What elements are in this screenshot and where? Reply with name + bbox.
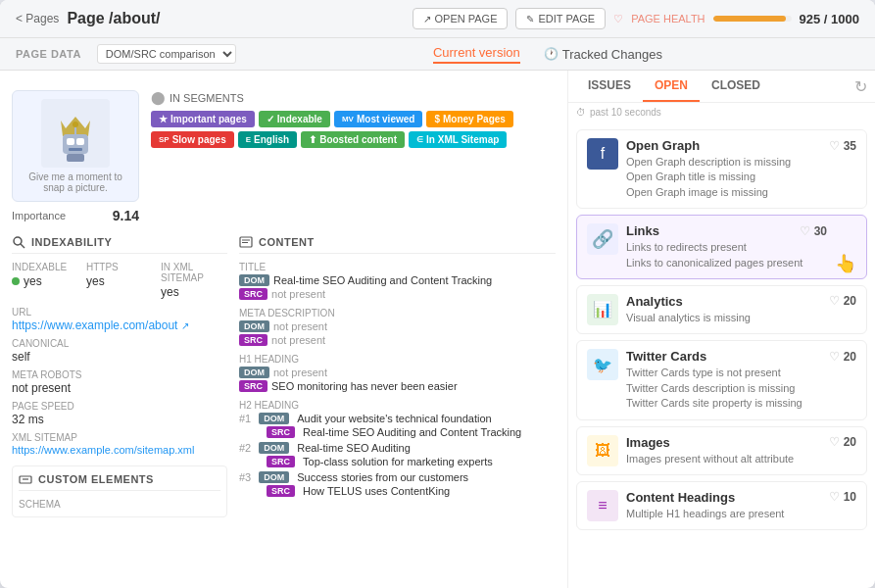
badge-xml-sitemap[interactable]: ∈In XML Sitemap <box>409 131 507 148</box>
https-col: HTTPS yes <box>86 262 153 299</box>
canonical-label: CANONICAL <box>12 338 227 349</box>
health-bar <box>713 16 786 22</box>
page-speed-label: PAGE SPEED <box>12 401 227 412</box>
page-title: Page /about/ <box>67 10 160 27</box>
xml-sitemap-col: IN XML SITEMAP yes <box>161 262 227 299</box>
h2-label: H2 HEADING <box>239 400 556 411</box>
content-icon <box>239 235 253 249</box>
open-page-button[interactable]: ↗ OPEN PAGE <box>413 8 509 29</box>
indexable-value: yes <box>12 274 78 288</box>
sections-row: INDEXABILITY INDEXABLE yes HTTPS y <box>12 235 556 517</box>
issue-content-headings[interactable]: ≡ Content Headings ♡ 10 Multiple H1 head… <box>576 481 867 530</box>
badge-money-pages[interactable]: $Money Pages <box>426 111 512 127</box>
h2-2-src: Top-class solution for marketing experts <box>303 456 493 467</box>
tab-closed[interactable]: CLOSED <box>700 71 772 102</box>
issue-images-content: Images ♡ 20 Images present without alt a… <box>626 435 856 466</box>
meta-desc-item: META DESCRIPTION DOM not present SRC not… <box>239 308 556 346</box>
title-dom-value: Real-time SEO Auditing and Content Track… <box>273 274 492 286</box>
issue-images[interactable]: 🖼 Images ♡ 20 Images present without alt… <box>576 426 867 475</box>
issue-analytics-score: ♡ 20 <box>829 294 856 308</box>
main-content: Give me a moment to snap a picture. Impo… <box>0 71 875 588</box>
custom-elements-icon <box>19 472 32 486</box>
src-tag: SRC <box>239 288 267 300</box>
edit-page-button[interactable]: ✎ EDIT PAGE <box>515 8 606 29</box>
https-value: yes <box>86 274 153 288</box>
current-version-tab[interactable]: Current version <box>433 45 520 64</box>
canonical-value: self <box>12 350 227 364</box>
issue-twitter-cards[interactable]: 🐦 Twitter Cards ♡ 20 Twitter Cards type … <box>576 340 867 419</box>
dom-tag-h2-2: DOM <box>259 442 289 454</box>
issue-analytics-content: Analytics ♡ 20 Visual analytics is missi… <box>626 294 856 325</box>
svg-point-7 <box>73 122 78 127</box>
meta-desc-dom-row: DOM not present <box>239 320 556 332</box>
green-dot <box>12 277 20 285</box>
heart-icon-links: ♡ <box>800 224 810 238</box>
url-value[interactable]: https://www.example.com/about ↗ <box>12 318 227 332</box>
issue-links-content: Links ♡ 30 Links to redirects presentLin… <box>626 223 827 270</box>
badge-most-viewed[interactable]: MVMost viewed <box>334 111 422 127</box>
dom-tag: DOM <box>239 274 269 286</box>
toolbar-left: PAGE DATA DOM/SRC comparison <box>16 44 236 64</box>
badge-important-pages[interactable]: ★Important pages <box>151 111 255 127</box>
title-item: TITLE DOM Real-time SEO Auditing and Con… <box>239 262 556 300</box>
title-label: TITLE <box>239 262 556 272</box>
badge-indexable[interactable]: ✓Indexable <box>259 111 330 127</box>
version-tabs: Current version 🕐 Tracked Changes <box>433 45 662 64</box>
svg-rect-5 <box>69 148 82 151</box>
issue-images-score: ♡ 20 <box>829 435 856 449</box>
segments-title: ⬤ IN SEGMENTS <box>151 90 556 105</box>
open-page-icon: ↗ <box>423 14 431 24</box>
avatar-section: Give me a moment to snap a picture. Impo… <box>12 90 139 223</box>
issue-images-desc: Images present without alt attribute <box>626 452 856 466</box>
refresh-icon[interactable]: ↻ <box>854 77 867 96</box>
dom-tag-h1: DOM <box>239 367 269 378</box>
clock-icon-small: ⏱ <box>576 107 586 118</box>
dom-tag-h2-3: DOM <box>259 471 289 483</box>
issues-list: f Open Graph ♡ 35 Open Graph description… <box>568 122 875 544</box>
top-section: Give me a moment to snap a picture. Impo… <box>12 90 556 223</box>
page-health-label: PAGE HEALTH <box>631 13 705 24</box>
importance-value: 9.14 <box>113 208 139 223</box>
issue-images-title: Images <box>626 435 670 450</box>
meta-robots-value: not present <box>12 381 227 395</box>
issue-open-graph-content: Open Graph ♡ 35 Open Graph description i… <box>626 138 856 200</box>
issue-analytics-title: Analytics <box>626 294 683 309</box>
tab-open[interactable]: OPEN <box>643 71 700 102</box>
tab-issues[interactable]: ISSUES <box>576 71 643 102</box>
svg-rect-8 <box>67 154 84 162</box>
issue-open-graph[interactable]: f Open Graph ♡ 35 Open Graph description… <box>576 129 867 209</box>
title-src-row: SRC not present <box>239 288 556 300</box>
src-tag-h1: SRC <box>239 380 267 392</box>
issue-links[interactable]: 🔗 Links ♡ 30 Links to redirects presentL… <box>576 215 867 279</box>
avatar-box: Give me a moment to snap a picture. <box>12 90 139 202</box>
issue-open-graph-desc: Open Graph description is missingOpen Gr… <box>626 155 856 200</box>
h2-1-dom: Audit your website's technical foundatio… <box>297 413 491 424</box>
svg-rect-4 <box>76 138 84 145</box>
h2-3: #3 DOM Success stories from our customer… <box>239 471 556 497</box>
twitter-icon: 🐦 <box>587 349 618 380</box>
custom-elements-section: CUSTOM ELEMENTS SCHEMA <box>12 466 227 517</box>
badge-slow-pages[interactable]: SPSlow pages <box>151 131 234 148</box>
dom-tag-meta: DOM <box>239 320 269 332</box>
badge-boosted-content[interactable]: ⬆Boosted content <box>301 131 405 148</box>
h2-3-src: How TELUS uses ContentKing <box>303 485 450 497</box>
issue-analytics[interactable]: 📊 Analytics ♡ 20 Visual analytics is mis… <box>576 285 867 334</box>
dom-src-select[interactable]: DOM/SRC comparison <box>97 44 236 64</box>
h2-item: H2 HEADING #1 DOM Audit your website's t… <box>239 400 556 497</box>
dom-tag-h2-1: DOM <box>259 413 289 424</box>
link-icon: 🔗 <box>587 223 618 255</box>
tracked-changes-tab[interactable]: 🕐 Tracked Changes <box>544 47 662 62</box>
meta-desc-src-row: SRC not present <box>239 334 556 346</box>
right-panel: ISSUES OPEN CLOSED ↻ ⏱ past 10 seconds f… <box>568 71 875 588</box>
meta-robots-label: META ROBOTS <box>12 369 227 380</box>
content-section: CONTENT TITLE DOM Real-time SEO Auditing… <box>239 235 556 517</box>
meta-desc-src-value: not present <box>271 334 325 346</box>
page-data-label: PAGE DATA <box>16 48 81 60</box>
issue-headings-score: ♡ 10 <box>829 490 856 504</box>
badge-english[interactable]: EEnglish <box>238 131 297 148</box>
h1-src-value: SEO monitoring has never been easier <box>271 380 458 392</box>
heart-icon-twitter: ♡ <box>829 350 840 364</box>
src-tag-h2-2: SRC <box>267 456 295 467</box>
breadcrumb[interactable]: < Pages <box>16 12 59 25</box>
xml-sitemap-url-value[interactable]: https://www.example.com/sitemap.xml <box>12 444 227 456</box>
